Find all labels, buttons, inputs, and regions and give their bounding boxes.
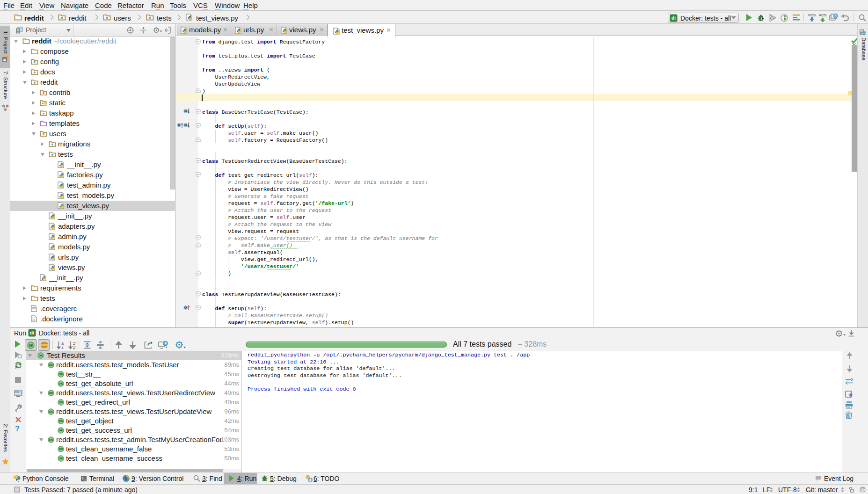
svg-text:di: di [30, 330, 34, 335]
svg-text:VCS: VCS [819, 13, 827, 17]
svg-text:VCS: VCS [808, 13, 816, 17]
svg-text:z: z [61, 345, 64, 349]
svg-text:di: di [671, 15, 676, 21]
